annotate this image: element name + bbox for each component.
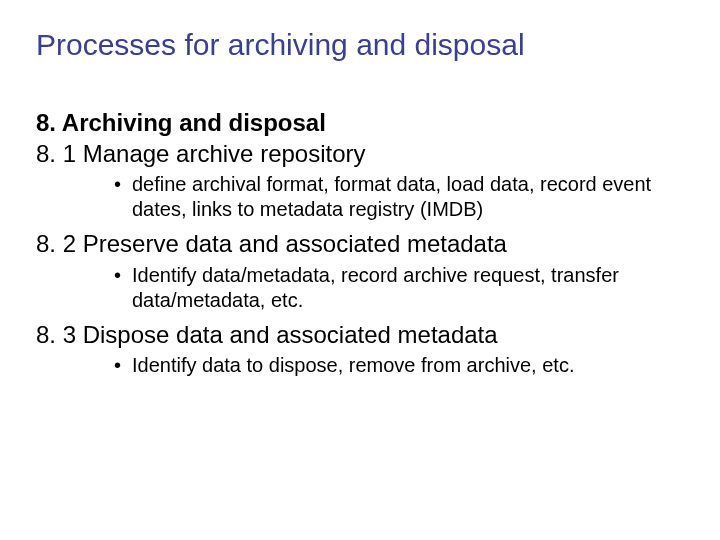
bullet-list: define archival format, format data, loa…: [36, 172, 684, 222]
slide: Processes for archiving and disposal 8. …: [0, 0, 720, 540]
bullet-list: Identify data/metadata, record archive r…: [36, 263, 684, 313]
subsection-8-3: 8. 3 Dispose data and associated metadat…: [36, 319, 684, 351]
slide-title: Processes for archiving and disposal: [36, 28, 684, 62]
subsection-8-1: 8. 1 Manage archive repository: [36, 138, 684, 170]
bullet-item: Identify data/metadata, record archive r…: [114, 263, 684, 313]
bullet-item: Identify data to dispose, remove from ar…: [114, 353, 684, 378]
bullet-item: define archival format, format data, loa…: [114, 172, 684, 222]
section-heading: 8. Archiving and disposal: [36, 108, 684, 138]
subsection-8-2: 8. 2 Preserve data and associated metada…: [36, 228, 684, 260]
bullet-list: Identify data to dispose, remove from ar…: [36, 353, 684, 378]
